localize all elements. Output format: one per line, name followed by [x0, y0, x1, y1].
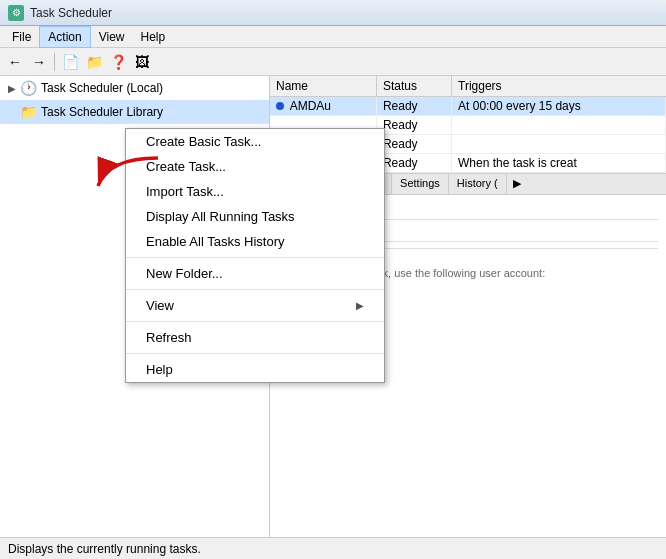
tree-item-library-label: Task Scheduler Library [41, 105, 163, 119]
col-header-status[interactable]: Status [376, 76, 451, 97]
ctx-create-basic[interactable]: Create Basic Task... [126, 129, 384, 154]
ctx-refresh[interactable]: Refresh [126, 325, 384, 350]
ctx-separator-2 [126, 289, 384, 290]
tree-item-local[interactable]: ▶ 🕐 Task Scheduler (Local) [0, 76, 269, 100]
status-bar: Displays the currently running tasks. [0, 537, 666, 559]
tabs-more-button[interactable]: ▶ [507, 174, 527, 194]
task-triggers-cell: When the task is creat [452, 154, 666, 173]
ctx-view[interactable]: View ▶ [126, 293, 384, 318]
ctx-new-folder[interactable]: New Folder... [126, 261, 384, 286]
title-bar: ⚙ Task Scheduler [0, 0, 666, 26]
menu-action[interactable]: Action [39, 26, 90, 48]
title-bar-text: Task Scheduler [30, 6, 112, 20]
context-menu: Create Basic Task... Create Task... Impo… [125, 128, 385, 383]
task-triggers-cell: At 00:00 every 15 days [452, 97, 666, 116]
menu-file[interactable]: File [4, 26, 39, 48]
new-task-button[interactable]: 📄 [59, 51, 81, 73]
ctx-view-submenu-arrow: ▶ [356, 300, 364, 311]
task-status-cell: Ready [376, 154, 451, 173]
ctx-create-task[interactable]: Create Task... [126, 154, 384, 179]
toolbar-separator-1 [54, 53, 55, 71]
task-triggers-cell [452, 116, 666, 135]
help-toolbar-button[interactable]: ❓ [107, 51, 129, 73]
task-triggers-cell [452, 135, 666, 154]
col-header-triggers[interactable]: Triggers [452, 76, 666, 97]
task-status-cell: Ready [376, 97, 451, 116]
ctx-enable-history[interactable]: Enable All Tasks History [126, 229, 384, 254]
tab-settings[interactable]: Settings [392, 174, 449, 194]
table-row[interactable]: AMDAu Ready At 00:00 every 15 days [270, 97, 666, 116]
col-header-name[interactable]: Name [270, 76, 376, 97]
ctx-separator-4 [126, 353, 384, 354]
toolbar: ← → 📄 📁 ❓ 🖼 [0, 48, 666, 76]
local-scheduler-icon: 🕐 [20, 80, 37, 96]
ctx-separator-3 [126, 321, 384, 322]
menu-view[interactable]: View [91, 26, 133, 48]
status-bar-text: Displays the currently running tasks. [8, 542, 201, 556]
ctx-import-task[interactable]: Import Task... [126, 179, 384, 204]
ctx-display-running[interactable]: Display All Running Tasks [126, 204, 384, 229]
task-name-cell: AMDAu [270, 97, 376, 116]
tree-item-local-label: Task Scheduler (Local) [41, 81, 163, 95]
status-dot-blue [276, 102, 284, 110]
folder-button[interactable]: 📁 [83, 51, 105, 73]
menu-bar: File Action View Help [0, 26, 666, 48]
forward-button[interactable]: → [28, 51, 50, 73]
task-status-cell: Ready [376, 135, 451, 154]
back-button[interactable]: ← [4, 51, 26, 73]
tree-item-library[interactable]: 📁 Task Scheduler Library [0, 100, 269, 124]
app-icon: ⚙ [8, 5, 24, 21]
library-folder-icon: 📁 [20, 104, 37, 120]
task-status-cell: Ready [376, 116, 451, 135]
ctx-separator-1 [126, 257, 384, 258]
properties-button[interactable]: 🖼 [131, 51, 153, 73]
menu-help[interactable]: Help [133, 26, 174, 48]
tree-expand-icon: ▶ [8, 83, 16, 94]
ctx-help[interactable]: Help [126, 357, 384, 382]
tab-history[interactable]: History ( [449, 174, 507, 194]
